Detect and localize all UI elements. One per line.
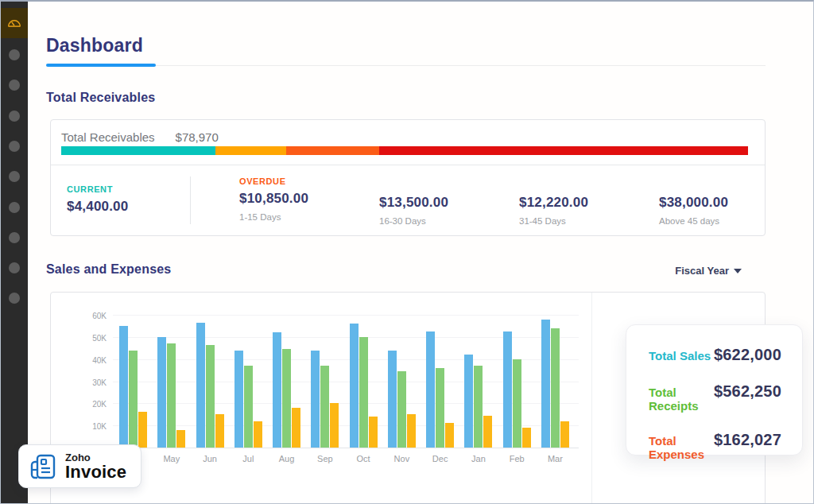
bucket-range: 1-15 Days (239, 212, 308, 222)
bar-receipts-mar (551, 328, 560, 448)
total-expenses-row: Total Expenses $162,027 (649, 431, 781, 461)
sidebar-item-7[interactable] (9, 202, 20, 213)
bar-sales-mar (541, 320, 550, 448)
bar-group-oct: Oct (350, 316, 378, 448)
period-selector-dropdown[interactable]: Fiscal Year (675, 265, 742, 277)
panel-divider (591, 293, 592, 504)
page-title: Dashboard (46, 35, 143, 56)
bar-expenses-mar (560, 421, 569, 448)
bucket-amount: $10,850.00 (239, 191, 308, 207)
bar-sales-may (157, 337, 166, 448)
bar-group-jan: Jan (464, 316, 492, 448)
bucket-range: 31-45 Days (519, 216, 588, 226)
overdue-bucket-1-15: OVERDUE $10,850.00 1-15 Days (239, 176, 308, 222)
bucket-range: Above 45 days (659, 216, 728, 226)
aging-segment-current (61, 146, 215, 155)
bar-receipts-may (167, 343, 176, 448)
receivables-total-value: $78,970 (176, 130, 219, 144)
total-receipts-value: $562,250 (714, 382, 781, 401)
overdue-label: OVERDUE (239, 176, 308, 186)
x-axis-label-nov: Nov (394, 454, 410, 463)
bucket-amount: $12,220.00 (519, 195, 588, 211)
active-tab-indicator (46, 64, 156, 67)
sidebar-item-5[interactable] (9, 141, 20, 152)
bar-groups: AprMayJunJulAugSepOctNovDecJanFebMar (113, 316, 579, 448)
bar-group-mar: Mar (541, 316, 569, 448)
bar-expenses-jan (483, 416, 492, 448)
total-sales-value: $622,000 (714, 346, 781, 364)
aging-segment-overdue-16-30 (286, 146, 379, 155)
total-receipts-label: Total Receipts (649, 386, 714, 413)
sidebar-item-8[interactable] (9, 232, 20, 243)
sidebar-item-6[interactable] (9, 171, 20, 182)
sidebar-item-9[interactable] (9, 262, 20, 273)
bar-group-may: May (157, 316, 185, 448)
totals-summary-card: Total Sales $622,000 Total Receipts $562… (626, 324, 803, 456)
gauge-icon (6, 14, 23, 32)
bar-receipts-nov (397, 371, 406, 448)
bar-sales-sep (311, 351, 320, 448)
bar-sales-oct (350, 324, 359, 448)
x-axis-label-jan: Jan (471, 454, 486, 463)
bar-receipts-jun (206, 345, 215, 448)
bar-expenses-apr (138, 412, 147, 448)
overdue-bucket-31-45: $12,220.00 31-45 Days (519, 176, 588, 226)
bar-expenses-dec (445, 423, 454, 448)
period-selector-label: Fiscal Year (675, 265, 729, 277)
bucket-amount: $38,000.00 (659, 195, 728, 211)
bar-chart: 60K50K40K30K20K10KAprMayJunJulAugSepOctN… (113, 316, 579, 448)
sidebar (1, 2, 28, 503)
receivables-section-title: Total Receivables (46, 91, 155, 105)
sidebar-item-dashboard[interactable] (1, 8, 28, 38)
sales-section-title: Sales and Expenses (46, 262, 171, 277)
bar-expenses-aug (292, 408, 300, 448)
bar-sales-jul (235, 351, 243, 448)
bar-expenses-jul (254, 421, 262, 448)
chevron-down-icon (734, 269, 742, 273)
bar-sales-apr (119, 326, 128, 448)
bar-receipts-jul (244, 366, 253, 448)
sidebar-item-3[interactable] (9, 79, 20, 91)
current-column: CURRENT $4,400.00 (67, 184, 128, 215)
bar-sales-jun (196, 323, 205, 448)
bucket-range: 16-30 Days (379, 216, 448, 226)
bar-receipts-oct (359, 337, 368, 448)
invoice-document-icon (27, 451, 59, 483)
bar-group-aug: Aug (273, 316, 300, 448)
total-expenses-value: $162,027 (714, 431, 781, 449)
bar-group-feb: Feb (503, 316, 531, 448)
sidebar-item-10[interactable] (9, 293, 20, 304)
x-axis-label-mar: Mar (548, 454, 563, 463)
zoho-invoice-logo: Zoho Invoice (18, 444, 141, 488)
bar-expenses-feb (522, 428, 531, 448)
x-axis-label-dec: Dec (432, 454, 448, 463)
y-axis-tick: 30K (76, 378, 107, 386)
x-axis-label-jul: Jul (242, 454, 254, 463)
x-axis-label-feb: Feb (510, 454, 525, 463)
receivables-summary: Total Receivables$78,970 (51, 120, 765, 165)
bar-receipts-dec (436, 368, 444, 448)
aging-segment-overdue-1-15 (215, 146, 286, 155)
y-axis-tick: 10K (76, 422, 107, 431)
bar-sales-dec (426, 331, 435, 448)
bar-receipts-sep (320, 366, 329, 448)
total-expenses-label: Total Expenses (649, 434, 714, 461)
bar-group-jul: Jul (235, 316, 262, 448)
bar-receipts-apr (129, 351, 138, 448)
bar-group-sep: Sep (311, 316, 339, 448)
overdue-bucket-16-30: $13,500.00 16-30 Days (379, 176, 448, 226)
bar-group-jun: Jun (196, 316, 224, 448)
sidebar-item-2[interactable] (9, 49, 20, 60)
x-axis-label-jun: Jun (203, 454, 217, 463)
aging-segment-overdue-31-plus (379, 146, 748, 155)
total-receipts-row: Total Receipts $562,250 (649, 382, 781, 413)
overdue-bucket-above-45: $38,000.00 Above 45 days (659, 176, 728, 226)
y-axis-tick: 20K (76, 400, 107, 409)
receivables-breakdown: CURRENT $4,400.00 OVERDUE $10,850.00 1-1… (51, 165, 765, 236)
bar-sales-jan (464, 355, 473, 448)
receivables-card: Total Receivables$78,970 CURRENT $4,400.… (50, 119, 766, 236)
app-window: Dashboard Total Receivables Total Receiv… (0, 0, 814, 504)
sidebar-item-4[interactable] (9, 110, 20, 122)
bar-receipts-aug (282, 349, 291, 448)
bucket-amount: $13,500.00 (379, 195, 448, 211)
